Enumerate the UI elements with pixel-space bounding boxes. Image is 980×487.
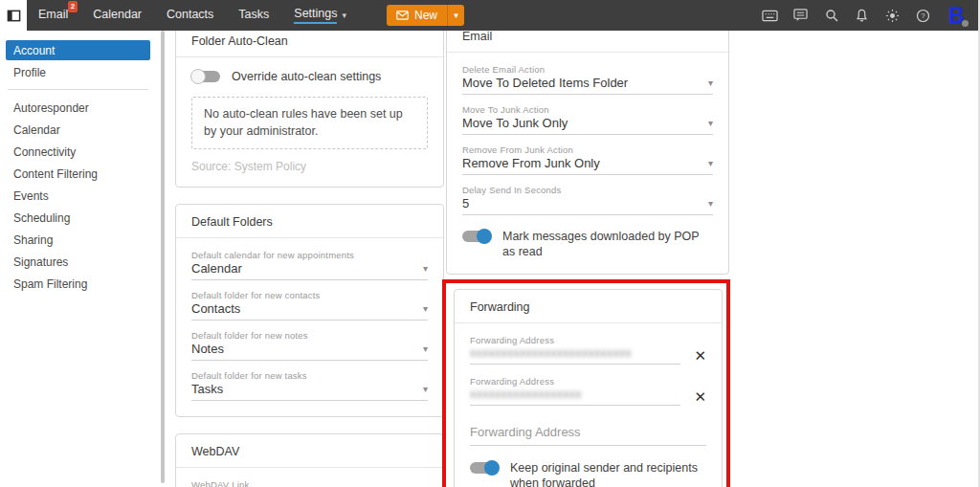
override-auto-clean-toggle[interactable] [191,71,220,82]
sidebar-item-autoresponder[interactable]: Autoresponder [6,98,150,118]
brightness-icon[interactable] [884,8,901,24]
chevron-down-icon: ▾ [708,118,713,128]
chevron-down-icon: ▾ [342,11,346,20]
forwarding-address-field-1: Forwarding Address xxxxxxxxxxxxxxxxxxxxx… [470,335,706,365]
email-unread-badge: 2 [68,1,78,12]
nav-settings[interactable]: Settings ▾ [294,7,346,24]
nav-email[interactable]: Email 2 [38,8,68,23]
redacted-value: xxxxxxxxxxxxxxxxxx [470,387,680,401]
user-avatar[interactable]: B [946,4,967,27]
sidebar-item-sharing[interactable]: Sharing [6,230,150,250]
remove-from-junk-action-select[interactable]: Remove From Junk Only ▾ [462,156,713,175]
default-folders-card: Default Folders Default calendar for new… [175,204,444,417]
close-icon[interactable]: ✕ [694,348,706,363]
forwarding-address-input-1[interactable]: xxxxxxxxxxxxxxxxxxxxxxxxxx [470,346,680,365]
policy-source-label: Source: System Policy [191,160,428,173]
card-title: Folder Auto-Clean [176,31,443,57]
keyboard-icon[interactable] [762,8,778,24]
top-navbar: Email 2 Calendar Contacts Tasks Settings… [0,0,980,31]
delay-send-select[interactable]: 5 ▾ [462,196,713,215]
forwarding-address-input-empty[interactable]: Forwarding Address [470,425,706,446]
default-tasks-field: Default folder for new tasks Tasks ▾ [191,370,428,401]
sidebar-item-scheduling[interactable]: Scheduling [6,208,150,228]
card-title: WebDAV [176,434,443,468]
forwarding-address-field-2: Forwarding Address xxxxxxxxxxxxxxxxxx ✕ [470,376,706,406]
default-tasks-select[interactable]: Tasks ▾ [191,382,428,401]
svg-text:?: ? [921,11,925,20]
new-dropdown-button[interactable]: ▾ [447,5,464,26]
sidebar-scrollbar[interactable] [161,31,165,483]
folder-auto-clean-card: Folder Auto-Clean Override auto-clean se… [175,31,444,188]
chevron-down-icon: ▾ [423,343,428,354]
delay-send-field: Delay Send In Seconds 5 ▾ [462,185,713,215]
sidebar-item-calendar[interactable]: Calendar [6,120,150,140]
nav-tasks[interactable]: Tasks [238,8,269,23]
close-icon[interactable]: ✕ [694,389,706,404]
default-contacts-select[interactable]: Contacts ▾ [191,301,428,321]
sidebar-item-connectivity[interactable]: Connectivity [6,142,150,162]
chevron-down-icon: ▾ [423,303,428,314]
forwarding-address-input-2[interactable]: xxxxxxxxxxxxxxxxxx [470,387,680,406]
forwarding-card: Forwarding Forwarding Address xxxxxxxxxx… [454,289,723,487]
sidebar-toggle-button[interactable] [0,0,27,31]
default-calendar-select[interactable]: Calendar ▾ [191,261,428,280]
email-card: Email Delete Email Action Move To Delete… [446,31,729,275]
settings-sidebar: Account Profile Autoresponder Calendar C… [0,31,156,487]
redacted-value: xxxxxxxxxxxxxxxxxxxxxxxxxx [470,346,680,360]
remove-from-junk-action-field: Remove From Junk Action Remove From Junk… [462,144,713,175]
delete-email-action-select[interactable]: Move To Deleted Items Folder ▾ [462,76,713,95]
keep-original-sender-toggle[interactable] [470,462,499,474]
sidebar-item-content-filtering[interactable]: Content Filtering [6,164,150,184]
nav-calendar[interactable]: Calendar [93,8,142,23]
nav-contacts[interactable]: Contacts [167,8,213,23]
annotation-highlight-box: Forwarding Forwarding Address xxxxxxxxxx… [442,279,730,487]
sidebar-divider [8,89,148,90]
sidebar-toggle-icon [7,9,21,23]
presence-status-dot [962,20,969,27]
chevron-down-icon: ▾ [708,77,713,88]
chevron-down-icon: ▾ [708,198,713,209]
card-title: Default Folders [176,205,443,238]
settings-page: Email 2 Calendar Contacts Tasks Settings… [0,0,980,487]
envelope-icon [396,11,409,20]
chevron-down-icon: ▾ [423,263,428,274]
settings-column-right: Email Delete Email Action Move To Delete… [446,31,729,487]
webdav-card: WebDAV WebDAV Link https://mail.brandhos… [175,433,444,487]
new-button[interactable]: New [387,5,447,26]
sidebar-item-signatures[interactable]: Signatures [6,252,150,272]
sidebar-item-events[interactable]: Events [6,186,150,206]
chevron-down-icon: ▾ [708,158,713,168]
default-calendar-field: Default calendar for new appointments Ca… [191,250,428,280]
search-icon[interactable] [823,8,839,24]
sidebar-item-profile[interactable]: Profile [6,62,150,82]
move-to-junk-action-select[interactable]: Move To Junk Only ▾ [462,116,713,135]
default-contacts-field: Default folder for new contacts Contacts… [191,290,428,321]
delete-email-action-field: Delete Email Action Move To Deleted Item… [462,64,713,95]
pop-read-toggle[interactable] [462,231,491,242]
sidebar-item-account[interactable]: Account [6,40,150,60]
chat-icon[interactable] [792,8,809,24]
webdav-link-field: WebDAV Link https://mail.brandhost.hu/we… [191,479,428,487]
help-icon[interactable]: ? [915,8,931,24]
card-title: Forwarding [455,290,722,323]
settings-content: Folder Auto-Clean Override auto-clean se… [166,31,978,487]
settings-column-left: Folder Auto-Clean Override auto-clean se… [175,31,444,487]
default-notes-field: Default folder for new notes Notes ▾ [191,330,428,361]
auto-clean-notice: No auto-clean rules have been set up by … [191,97,428,149]
card-title: Email [447,31,728,53]
move-to-junk-action-field: Move To Junk Action Move To Junk Only ▾ [462,104,713,135]
chevron-down-icon: ▾ [423,384,428,394]
bell-icon[interactable] [854,8,870,24]
navbar-main: Email 2 Calendar Contacts Tasks Settings… [27,0,980,31]
sidebar-item-spam-filtering[interactable]: Spam Filtering [6,274,150,294]
default-notes-select[interactable]: Notes ▾ [191,342,428,361]
